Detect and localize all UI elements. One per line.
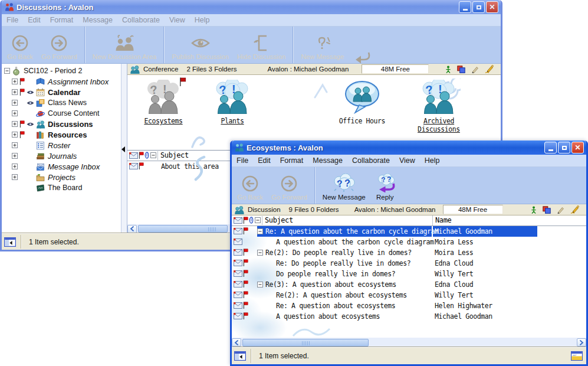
go-back-button[interactable]: Go Back [233,174,267,204]
thread-row-re-3-a-question-about-ecosystems[interactable]: Re(3): A question about ecosystemsEdna C… [232,279,586,290]
thread-row-a-question-about-ecosystems[interactable]: A question about ecosystemsMichael Goodm… [232,311,586,322]
new-message-button[interactable]: New Message [297,33,348,63]
online-user-icon[interactable] [531,206,537,214]
minimize-button[interactable] [544,142,557,153]
hide-discussion-button[interactable]: Hide Discussion [233,33,290,63]
envelope-icon [129,152,138,159]
new-discussion-area-button[interactable]: New Discussion Area [88,33,161,63]
menu-view[interactable]: View [165,16,190,24]
menu-file[interactable]: File [232,156,253,165]
menu-edit[interactable]: Edit [253,156,275,165]
minus-expand-icon[interactable] [3,68,11,74]
menu-collaborate[interactable]: Collaborate [347,156,395,165]
sidebar-item-course-content[interactable]: Course Content [2,108,121,119]
collapse-all-icon[interactable] [150,152,156,158]
go-back-button[interactable]: Go Back [3,33,37,63]
sidebar-item-discussions[interactable]: Discussions [2,119,121,129]
conference-item-office-hours[interactable]: Office Hours [324,80,400,125]
publish-discussion-button[interactable]: Publish Discussion [167,33,233,63]
name-column-label[interactable]: Name [432,215,451,226]
scrollbar-thumb[interactable] [242,339,369,347]
new-message-button[interactable]: ??New Message [318,172,370,204]
toggle-summary-icon[interactable] [571,351,583,361]
windows-overlap-icon[interactable] [457,66,465,73]
thread-row-re-a-question-about-ecosystems[interactable]: Re: A question about ecosystemsHelen Hig… [232,300,586,311]
splitter-handle-icon[interactable] [121,146,125,152]
plus-expand-icon[interactable] [11,153,18,159]
sidebar-item-sci102-period-2[interactable]: SCI102 - Period 2 [2,66,121,76]
thread-row-do-people-really-live-in-domes[interactable]: Do people really live in domes?Willy Ter… [232,269,586,279]
plus-expand-icon[interactable] [11,142,18,148]
plus-expand-icon[interactable] [11,121,18,127]
menu-bar: FileEditFormatMessageCollaborateViewHelp [232,155,586,167]
thread-row-re-a-question-about-the-carbon-cycle-diagram[interactable]: Re: A question about the carbon cycle di… [232,226,586,237]
go-back-label: Go Back [237,194,263,201]
go-forward-button[interactable]: Go Forward [37,33,81,63]
conference-item-ecosystems[interactable]: ?!Ecosystems [127,80,202,125]
curl-doodle [190,133,208,150]
conference-item-plants[interactable]: ?!Plants [194,80,271,125]
titlebar-discussions[interactable]: Discussions : Avalon ✕ [2,0,501,14]
sidebar-item-journals[interactable]: Journals [2,151,121,161]
sidebar-item-class-news[interactable]: Class News [2,97,121,108]
titlebar-ecosystems[interactable]: Ecosystems : Avalon ✕ [232,140,586,155]
menu-help[interactable]: Help [190,16,215,24]
scrollbar-thumb[interactable] [138,225,228,233]
menu-format[interactable]: Format [45,16,78,24]
plus-expand-icon[interactable] [11,79,18,84]
pencil-icon[interactable] [471,66,479,73]
thread-row-re-do-people-really-live-in-domes[interactable]: Re: Do people really live in domes?Edna … [232,258,586,269]
menu-view[interactable]: View [395,156,420,165]
conference-item-archived-discussions[interactable]: ?!Archived Discussions [400,80,477,133]
thread-row-re-2-a-question-about-ecosystems[interactable]: Re(2): A question about ecosystemsWilly … [232,290,586,300]
go-forward-button[interactable]: Go Forward [267,174,311,204]
pencil-icon[interactable] [557,206,564,214]
scroll-left-button[interactable] [127,225,137,233]
collapse-thread-icon[interactable] [257,250,263,256]
menu-message[interactable]: Message [308,156,347,165]
online-user-icon[interactable] [445,66,451,73]
subject-column-label[interactable]: Subject [265,216,293,224]
sidebar-item-assignment-inbox[interactable]: Assignment Inbox [2,76,121,87]
plus-expand-icon[interactable] [11,89,18,95]
signature-pencil-icon[interactable] [485,65,494,73]
conference-item-label: Office Hours [324,117,400,125]
collapse-thread-icon[interactable] [257,228,263,234]
sidebar-item-message-inbox[interactable]: Message Inbox [2,161,121,172]
close-button[interactable]: ✕ [486,1,498,13]
menu-help[interactable]: Help [420,156,445,165]
sidebar-item-resources[interactable]: Resources [2,129,121,140]
plus-expand-icon[interactable] [11,164,18,169]
sidebar-item-projects[interactable]: Projects [2,172,121,182]
minimize-button[interactable] [459,1,471,13]
menu-file[interactable]: File [2,16,23,24]
scroll-left-button[interactable] [232,338,241,347]
menu-format[interactable]: Format [275,156,308,165]
pane-splitter[interactable] [121,64,127,233]
close-button[interactable]: ✕ [571,142,584,153]
plus-expand-icon[interactable] [11,100,18,106]
maximize-button[interactable] [558,142,570,153]
toggle-sidebar-icon[interactable] [4,237,16,247]
signature-pencil-icon[interactable] [570,205,579,214]
menu-message[interactable]: Message [78,16,117,24]
thread-row-a-question-about-the-carbon-cycle-diagram[interactable]: A question about the carbon cycle diagra… [232,237,586,247]
collapse-thread-icon[interactable] [257,282,263,287]
sidebar-item-calendar[interactable]: Calendar [2,87,121,97]
sidebar-item-roster[interactable]: Roster [2,140,121,151]
maximize-button[interactable] [472,1,485,13]
horizontal-scrollbar[interactable] [232,338,586,347]
sidebar-item-the-board[interactable]: The Board [2,182,121,193]
plus-expand-icon[interactable] [11,110,18,116]
menu-collaborate[interactable]: Collaborate [117,16,165,24]
reply-button[interactable]: ??Reply [370,172,400,204]
toggle-sidebar-icon[interactable] [234,351,246,361]
menu-edit[interactable]: Edit [23,16,45,24]
scroll-right-button[interactable] [577,338,586,347]
plus-expand-icon[interactable] [11,132,18,138]
windows-overlap-icon[interactable] [543,206,551,214]
scrollbar-track[interactable] [241,339,577,347]
thread-row-re-2-do-people-really-live-in-domes[interactable]: Re(2): Do people really live in domes?Mo… [232,247,586,258]
collapse-all-icon[interactable] [255,217,261,223]
plus-expand-icon[interactable] [11,174,18,180]
